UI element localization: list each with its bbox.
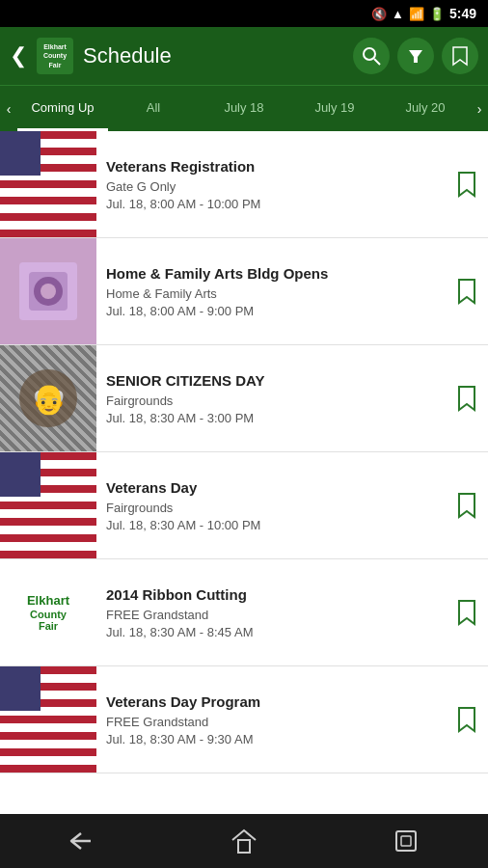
logo-thumbnail: Elkhart County Fair	[0, 559, 96, 665]
event-thumbnail-2	[0, 238, 96, 344]
back-nav-icon	[68, 829, 95, 853]
event-time: Jul. 18, 8:30 AM - 9:30 AM	[106, 732, 438, 746]
wifi-icon: ▲	[392, 7, 404, 21]
table-row: Veterans Day Fairgrounds Jul. 18, 8:30 A…	[0, 452, 488, 559]
header-actions	[353, 38, 478, 74]
event-content-6: Veterans Day Program FREE Grandstand Jul…	[96, 681, 446, 759]
bookmark-event-1[interactable]	[446, 171, 488, 198]
table-row: Elkhart County Fair 2014 Ribbon Cutting …	[0, 559, 488, 666]
search-button[interactable]	[353, 38, 390, 74]
svg-rect-10	[396, 831, 416, 851]
header: ❮ ElkhartCountyFair Schedule	[0, 27, 488, 85]
app-logo: ElkhartCountyFair	[37, 38, 73, 74]
tab-july19[interactable]: July 19	[289, 86, 380, 131]
bookmark-icon	[456, 171, 477, 198]
svg-point-0	[364, 48, 375, 60]
tab-left-arrow[interactable]: ‹	[0, 86, 17, 131]
event-content-4: Veterans Day Fairgrounds Jul. 18, 8:30 A…	[96, 467, 446, 545]
bookmark-button[interactable]	[442, 38, 478, 74]
arts-icon	[10, 253, 87, 330]
event-content-1: Veterans Registration Gate G Only Jul. 1…	[96, 146, 446, 224]
status-time: 5:49	[449, 6, 476, 21]
tab-all[interactable]: All	[108, 86, 199, 131]
battery-icon: 🔋	[429, 7, 445, 21]
bookmark-event-4[interactable]	[446, 492, 488, 519]
bookmark-icon	[456, 706, 477, 733]
tab-bar: ‹ Coming Up All July 18 July 19 July 20 …	[0, 85, 488, 131]
event-location: Fairgrounds	[106, 393, 438, 408]
svg-marker-2	[409, 50, 422, 63]
event-content-3: SENIOR CITIZENS DAY Fairgrounds Jul. 18,…	[96, 360, 446, 438]
tab-right-arrow[interactable]: ›	[471, 86, 488, 131]
senior-thumbnail: 👴	[0, 345, 96, 451]
filter-icon	[406, 46, 425, 66]
tab-july20[interactable]: July 20	[380, 86, 471, 131]
status-bar: 🔇 ▲ 📶 🔋 5:49	[0, 0, 488, 27]
event-location: FREE Grandstand	[106, 715, 438, 729]
event-time: Jul. 18, 8:30 AM - 8:45 AM	[106, 625, 438, 639]
bookmark-icon	[456, 278, 477, 305]
event-time: Jul. 18, 8:00 AM - 9:00 PM	[106, 304, 438, 318]
event-content-2: Home & Family Arts Bldg Opens Home & Fam…	[96, 253, 446, 331]
filter-button[interactable]	[397, 38, 434, 74]
event-title: Veterans Day	[106, 478, 438, 498]
event-time: Jul. 18, 8:30 AM - 3:00 PM	[106, 411, 438, 425]
table-row: 👴 SENIOR CITIZENS DAY Fairgrounds Jul. 1…	[0, 345, 488, 452]
home-nav-icon	[230, 828, 258, 854]
svg-rect-9	[238, 840, 250, 853]
page-title: Schedule	[83, 43, 343, 68]
arts-thumbnail	[0, 238, 96, 344]
event-title: Home & Family Arts Bldg Opens	[106, 264, 438, 284]
event-title: 2014 Ribbon Cutting	[106, 585, 438, 605]
bookmark-icon	[456, 599, 477, 626]
event-content-5: 2014 Ribbon Cutting FREE Grandstand Jul.…	[96, 574, 446, 652]
bookmark-icon	[456, 385, 477, 412]
svg-rect-11	[401, 836, 411, 846]
table-row: Veterans Day Program FREE Grandstand Jul…	[0, 666, 488, 773]
back-button[interactable]: ❮	[10, 43, 27, 68]
logo-text: ElkhartCountyFair	[43, 42, 67, 68]
event-thumbnail-5: Elkhart County Fair	[0, 559, 96, 665]
event-location: Fairgrounds	[106, 501, 438, 515]
bottom-nav	[0, 814, 488, 868]
nav-home-button[interactable]	[163, 828, 326, 854]
event-title: Veterans Registration	[106, 157, 438, 176]
event-thumbnail-4	[0, 452, 96, 558]
bookmark-event-6[interactable]	[446, 706, 488, 733]
tab-coming-up[interactable]: Coming Up	[17, 86, 108, 131]
event-location: FREE Grandstand	[106, 608, 438, 622]
event-list: Veterans Registration Gate G Only Jul. 1…	[0, 131, 488, 814]
svg-line-1	[374, 59, 380, 65]
event-time: Jul. 18, 8:00 AM - 10:00 PM	[106, 197, 438, 211]
mute-icon: 🔇	[371, 7, 387, 21]
bookmark-icon	[456, 492, 477, 519]
event-location: Home & Family Arts	[106, 286, 438, 301]
svg-point-7	[41, 284, 56, 299]
event-title: Veterans Day Program	[106, 692, 438, 712]
table-row: Veterans Registration Gate G Only Jul. 1…	[0, 131, 488, 238]
bookmark-event-2[interactable]	[446, 278, 488, 305]
event-title: SENIOR CITIZENS DAY	[106, 371, 438, 391]
bookmark-event-3[interactable]	[446, 385, 488, 412]
header-bookmark-icon	[451, 45, 469, 67]
tab-july18[interactable]: July 18	[199, 86, 289, 131]
nav-recent-button[interactable]	[325, 828, 488, 854]
event-thumbnail-1	[0, 131, 96, 237]
back-icon: ❮	[10, 43, 27, 68]
event-location: Gate G Only	[106, 179, 438, 194]
event-thumbnail-3: 👴	[0, 345, 96, 451]
recent-nav-icon	[393, 828, 420, 854]
table-row: Home & Family Arts Bldg Opens Home & Fam…	[0, 238, 488, 345]
event-time: Jul. 18, 8:30 AM - 10:00 PM	[106, 518, 438, 532]
search-icon	[362, 46, 381, 66]
tab-items: Coming Up All July 18 July 19 July 20	[17, 86, 471, 131]
nav-back-button[interactable]	[0, 829, 163, 853]
signal-icon: 📶	[409, 7, 424, 21]
bookmark-event-5[interactable]	[446, 599, 488, 626]
event-thumbnail-6	[0, 666, 96, 773]
